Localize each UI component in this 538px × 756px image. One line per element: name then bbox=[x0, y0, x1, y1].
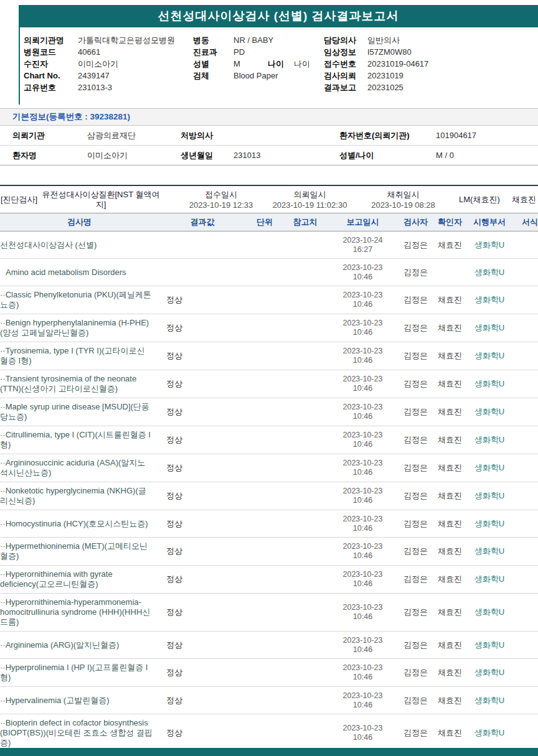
tester-name: 김정은 bbox=[399, 406, 433, 418]
report-datetime: 2023-10-23 10:46 bbox=[327, 459, 399, 477]
result-value: 정상 bbox=[159, 434, 246, 446]
department-name: 생화학U bbox=[467, 267, 512, 278]
department-name: 생화학U bbox=[467, 490, 512, 502]
order-section: [진단검사] 유전성대사이상질환[NST 혈액여지] 접수일시 2023-10-… bbox=[0, 185, 538, 213]
report-date: 2023-10-23 bbox=[327, 263, 399, 273]
footer-bar bbox=[0, 748, 538, 756]
tester-name: 김정은 bbox=[399, 267, 433, 278]
result-value: 정상 bbox=[159, 640, 246, 651]
tester-name: 김정은 bbox=[399, 240, 433, 251]
report-date: 2023-10-23 bbox=[327, 724, 399, 733]
test-name: ··Hyperprolinemia I (HP I)(고프롤린혈증 I형) bbox=[0, 659, 159, 686]
field-test-request-date: 검사의뢰 20231019 bbox=[324, 70, 428, 82]
department-name: 생화학U bbox=[467, 546, 512, 557]
receipt-label: 접수일시 bbox=[205, 190, 237, 199]
result-value: 정상 bbox=[159, 546, 246, 557]
report-datetime: 2023-10-23 10:46 bbox=[327, 603, 399, 622]
report-datetime: 2023-10-23 10:46 bbox=[327, 663, 399, 682]
confirmer-name: 채효진 bbox=[433, 727, 467, 739]
test-name: ··Tyrosinemia, type I (TYR I)(고타이로신혈증 I형… bbox=[0, 342, 159, 370]
test-name: ··Biopterin defect in cofactor biosynthe… bbox=[0, 714, 159, 752]
collector: LM(채효진) bbox=[459, 194, 500, 205]
tester-name: 김정은 bbox=[399, 294, 433, 306]
field-chart-no: Chart No. 2439147 bbox=[24, 70, 175, 82]
confirmer-name: 채효진 bbox=[433, 378, 467, 390]
report-datetime: 2023-10-23 10:46 bbox=[327, 636, 399, 655]
order-tag: [진단검사] bbox=[1, 194, 37, 205]
test-name: ··Hypermethioninemia (MET)(고메티오닌혈증) bbox=[0, 538, 159, 565]
table-row: ··Hyperornithinemia-hyperammonemia-homoc… bbox=[0, 594, 538, 632]
order-request-datetime: 의뢰일시 2023-10-19 11:02:30 bbox=[255, 189, 364, 210]
field-value: I57ZM0W80 bbox=[367, 47, 412, 57]
tester-name: 김정은 bbox=[399, 640, 433, 651]
table-row: ··Argininemia (ARG)(알지닌혈증) 정상 2023-10-23… bbox=[0, 632, 538, 659]
column-header-unit: 단위 bbox=[246, 217, 283, 228]
report-time: 10:46 bbox=[327, 412, 399, 421]
report-date: 2023-10-23 bbox=[327, 319, 399, 328]
report-time: 10:46 bbox=[327, 645, 399, 655]
confirmer-name: 채효진 bbox=[433, 695, 467, 706]
report-date: 2023-10-23 bbox=[327, 515, 399, 524]
report-datetime: 2023-10-23 10:46 bbox=[327, 691, 399, 710]
test-name: ··Hypervalinemia (고발린혈증) bbox=[0, 692, 159, 709]
field-label: 처방의사 bbox=[181, 126, 213, 146]
field-label: 성별 bbox=[193, 58, 234, 70]
department-name: 생화학U bbox=[467, 695, 512, 706]
test-name: ··Nonketotic hyperglycinemia (NKHG)(글리신뇌… bbox=[0, 482, 159, 510]
department-name: 생화학U bbox=[467, 434, 512, 446]
report-date: 2023-10-23 bbox=[327, 636, 399, 645]
field-value: 20231025 bbox=[367, 83, 404, 92]
column-header-tester: 검사자 bbox=[399, 217, 433, 228]
field-unique-no: 고유번호 231013-3 bbox=[24, 82, 175, 93]
field-value: 이미소아기 bbox=[87, 146, 128, 166]
field-label: 수진자 bbox=[24, 58, 78, 70]
table-row: ··Hyperornithinemia with gyrate deficien… bbox=[0, 566, 538, 594]
report-date: 2023-10-23 bbox=[327, 291, 399, 300]
order-collect-datetime: 채취일시 2023-10-19 08:28 bbox=[358, 189, 448, 210]
result-value: 정상 bbox=[159, 667, 246, 678]
report-time: 10:46 bbox=[327, 612, 399, 622]
report-datetime: 2023-10-23 10:46 bbox=[327, 319, 399, 337]
confirmer-name: 채효진 bbox=[433, 434, 467, 446]
patient-info-right-column: 담당의사 일반의사 임상정보 I57ZM0W80 접수번호 20231019-0… bbox=[324, 34, 428, 93]
tester-name: 김정은 bbox=[399, 322, 433, 334]
department-name: 생화학U bbox=[467, 640, 512, 651]
report-datetime: 2023-10-23 10:46 bbox=[327, 263, 399, 282]
tester-name: 김정은 bbox=[399, 490, 433, 502]
report-time: 10:46 bbox=[327, 733, 399, 742]
table-row: ··Benign hyperphenylalaninemia (H-PHE)(양… bbox=[0, 314, 538, 342]
report-time: 10:46 bbox=[327, 384, 399, 393]
table-row: ··Argininosuccinic aciduria (ASA)(알지노석시닌… bbox=[0, 454, 538, 482]
test-name: ··Benign hyperphenylalaninemia (H-PHE)(양… bbox=[0, 314, 159, 342]
tester-name: 김정은 bbox=[399, 462, 433, 474]
column-header-department: 시행부서 bbox=[467, 217, 512, 228]
receipt-value: 2023-10-19 12:33 bbox=[189, 200, 253, 210]
field-label: 임상정보 bbox=[324, 47, 367, 58]
result-value: 정상 bbox=[159, 490, 246, 502]
section-gap bbox=[0, 166, 538, 185]
report-time: 16:27 bbox=[327, 245, 399, 254]
tester-name: 김정은 bbox=[399, 546, 433, 557]
collector-confirm: 채효진 bbox=[512, 194, 536, 205]
result-value: 정상 bbox=[159, 607, 246, 618]
report-date: 2023-10-23 bbox=[327, 403, 399, 412]
confirmer-name: 채효진 bbox=[433, 640, 467, 651]
field-label: 접수번호 bbox=[324, 58, 367, 70]
field-value: 40661 bbox=[78, 47, 100, 57]
field-value: PD bbox=[234, 47, 245, 57]
report-date: 2023-10-24 bbox=[327, 236, 399, 245]
department-name: 생화학U bbox=[467, 462, 512, 474]
field-referring-org-name: 의뢰기관명 가톨릭대학교은평성모병원 bbox=[24, 34, 175, 46]
column-header-test-name: 검사명 bbox=[0, 217, 159, 228]
field-label: 결과보고 bbox=[324, 82, 367, 93]
report-date: 2023-10-23 bbox=[327, 459, 399, 468]
report-datetime: 2023-10-23 10:46 bbox=[327, 570, 399, 589]
field-label: 환자번호(의뢰기관) bbox=[339, 126, 410, 146]
field-label: 고유번호 bbox=[24, 82, 78, 93]
field-value: 231013 bbox=[234, 146, 260, 166]
patient-info-middle-column: 병동 NR / BABY 진료과 PD 성별 M 나이 나이 검체 Blood … bbox=[193, 34, 310, 82]
report-time: 10:46 bbox=[327, 273, 399, 282]
column-header-confirmer: 확인자 bbox=[433, 217, 467, 228]
field-value: 2439147 bbox=[78, 71, 110, 80]
department-name: 생화학U bbox=[467, 667, 512, 678]
